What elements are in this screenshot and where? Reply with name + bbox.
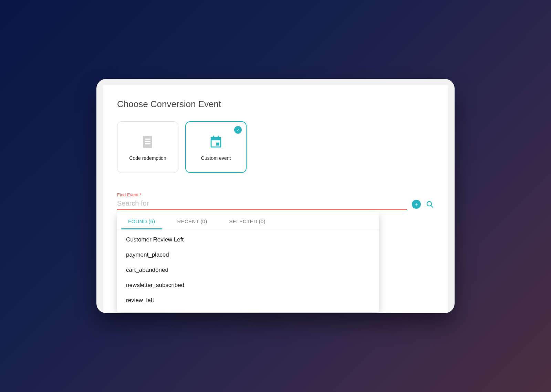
card-code-redemption[interactable]: Code redemption xyxy=(117,121,178,173)
tab-selected[interactable]: SELECTED (0) xyxy=(218,212,276,229)
list-item[interactable]: newsletter_subscribed xyxy=(117,278,379,293)
device-frame: Choose Conversion Event Code redemption xyxy=(96,79,455,313)
event-dropdown: FOUND (6) RECENT (0) SELECTED (0) Custom… xyxy=(117,212,379,312)
calendar-icon xyxy=(208,133,224,150)
receipt-icon xyxy=(139,133,156,150)
conversion-event-panel: Choose Conversion Event Code redemption xyxy=(103,85,448,313)
search-icon[interactable] xyxy=(426,200,434,208)
svg-rect-0 xyxy=(145,138,150,140)
svg-line-9 xyxy=(431,205,433,207)
svg-rect-6 xyxy=(218,136,219,138)
tab-found[interactable]: FOUND (6) xyxy=(117,212,166,229)
svg-rect-2 xyxy=(145,143,150,144)
svg-rect-5 xyxy=(213,136,214,138)
list-item[interactable]: review_left xyxy=(117,293,379,308)
event-type-cards: Code redemption Custom event xyxy=(117,121,434,173)
find-event-label: Find Event * xyxy=(117,192,434,197)
card-code-redemption-label: Code redemption xyxy=(129,155,166,161)
card-custom-event[interactable]: Custom event xyxy=(185,121,247,173)
list-item[interactable]: cart_abandoned xyxy=(117,262,379,278)
find-event-field: Find Event * xyxy=(117,192,434,210)
card-custom-event-label: Custom event xyxy=(201,155,231,161)
list-item[interactable]: Customer Review Left xyxy=(117,232,379,247)
results-list: Customer Review Left payment_placed cart… xyxy=(117,229,379,312)
dropdown-tabs: FOUND (6) RECENT (0) SELECTED (0) xyxy=(117,212,379,229)
list-item[interactable]: payment_placed xyxy=(117,247,379,262)
find-event-input[interactable] xyxy=(117,198,407,210)
svg-rect-7 xyxy=(216,143,219,146)
page-title: Choose Conversion Event xyxy=(117,99,434,110)
svg-rect-1 xyxy=(145,141,150,142)
add-event-button[interactable] xyxy=(412,200,421,209)
check-icon xyxy=(234,126,242,134)
tab-recent[interactable]: RECENT (0) xyxy=(166,212,218,229)
